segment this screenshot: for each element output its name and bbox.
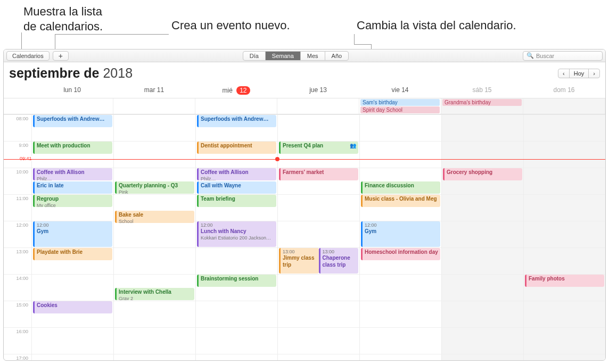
week-grid[interactable]: 08:009:0010:0011:0012:0013:0014:0015:001… <box>4 114 605 360</box>
now-label: 09:41 <box>19 156 33 161</box>
callout-show-list: Muestra la lista de calendarios. <box>23 4 103 34</box>
event[interactable]: Present Q4 plan 👥 <box>279 142 358 154</box>
hour-label: 13:00 <box>4 247 31 274</box>
add-event-button[interactable]: + <box>53 51 69 61</box>
calendars-button[interactable]: Calendarios <box>6 51 50 61</box>
hour-label: 15:00 <box>4 301 31 327</box>
day-column[interactable]: Grocery shopping <box>441 114 523 360</box>
allday-col: Sam's birthdaySpirit day School <box>359 98 441 114</box>
view-year-button[interactable]: Año <box>325 52 349 60</box>
hour-label: 11:00 <box>4 194 31 221</box>
nav-seg: ‹ Hoy › <box>558 69 600 78</box>
day-header: lun 10 <box>31 83 113 98</box>
allday-event[interactable]: Sam's birthday <box>360 99 440 106</box>
allday-event[interactable]: Grandma's birthday <box>442 99 522 106</box>
callout-new-event: Crea un evento nuevo. <box>171 18 290 33</box>
day-column[interactable]: Finance discussionMusic class - Olivia a… <box>359 114 441 360</box>
callout-change-view: Cambia la vista del calendario. <box>357 18 516 33</box>
hour-label: 14:00 <box>4 274 31 301</box>
view-week-button[interactable]: Semana <box>266 52 301 60</box>
day-header: vie 14 <box>359 83 441 98</box>
day-column[interactable]: Superfoods with Andrew…Dentist appointme… <box>195 114 277 360</box>
hour-label: 9:00 <box>4 141 31 168</box>
day-header-row: lun 10mar 11mié 12jue 13vie 14sáb 15dom … <box>4 83 605 98</box>
event[interactable]: Farmers' market <box>279 168 358 180</box>
event[interactable]: Coffee with AllisonPhilz… <box>33 168 112 180</box>
day-column[interactable]: Family photos <box>523 114 605 360</box>
event[interactable]: Interview with ChellaGray 2 <box>115 288 194 300</box>
event[interactable]: Meet with production <box>33 142 112 154</box>
today-badge: 12 <box>236 86 250 95</box>
view-month-button[interactable]: Mes <box>301 52 325 60</box>
allday-col <box>277 98 359 114</box>
now-indicator <box>4 159 605 160</box>
day-column[interactable]: Quarterly planning - Q3PinkBake saleScho… <box>113 114 195 360</box>
hour-label: 17:00 <box>4 354 31 360</box>
search-placeholder: Buscar <box>536 53 554 59</box>
title-year: 2018 <box>103 65 133 80</box>
event[interactable]: 13:00Jimmy class trip <box>279 248 319 274</box>
event[interactable]: Team briefing <box>197 195 276 207</box>
hour-label: 12:00 <box>4 221 31 247</box>
event[interactable]: Quarterly planning - Q3Pink <box>115 181 194 194</box>
event[interactable]: Grocery shopping <box>443 168 522 180</box>
hour-label: 08:00 <box>4 114 31 141</box>
gutter <box>4 83 31 98</box>
toolbar: Calendarios + Día Semana Mes Año 🔍 Busca… <box>4 49 605 62</box>
allday-col <box>523 98 605 114</box>
hour-label: 10:00 <box>4 168 31 194</box>
event[interactable]: Music class - Olivia and Meg <box>361 195 440 207</box>
view-day-button[interactable]: Día <box>243 52 266 60</box>
event[interactable]: Superfoods with Andrew… <box>33 115 112 127</box>
day-header: dom 16 <box>523 83 605 98</box>
event[interactable]: Superfoods with Andrew… <box>197 115 276 127</box>
page-title: septiembre de 2018 <box>9 65 133 81</box>
event[interactable]: Dentist appointment <box>197 142 276 154</box>
event[interactable]: Homeschool information day <box>361 248 440 260</box>
event[interactable]: Eric in late <box>33 181 112 194</box>
day-header: jue 13 <box>277 83 359 98</box>
event[interactable]: Brainstorming session <box>197 275 276 287</box>
event[interactable]: 12:00Lunch with NancyKokkari Estiatorio … <box>197 221 276 247</box>
allday-col <box>31 98 113 114</box>
callout-line <box>354 34 355 44</box>
callout-line <box>55 34 169 35</box>
calendar-window: Calendarios + Día Semana Mes Año 🔍 Busca… <box>3 49 606 361</box>
event[interactable]: Playdate with Brie <box>33 248 112 260</box>
today-button[interactable]: Hoy <box>570 69 589 78</box>
day-header: mié 12 <box>195 83 277 98</box>
event[interactable]: Finance discussion <box>361 181 440 194</box>
event[interactable]: 12:00Gym <box>361 221 440 247</box>
view-switcher: Día Semana Mes Año <box>243 51 349 61</box>
day-column[interactable]: Superfoods with Andrew…Meet with product… <box>31 114 113 360</box>
event[interactable]: Cookies <box>33 301 112 313</box>
event[interactable]: 12:00Gym <box>33 221 112 247</box>
allday-col: Grandma's birthday <box>441 98 523 114</box>
event[interactable]: Family photos <box>525 275 604 287</box>
event[interactable]: Coffee with AllisonPhilz… <box>197 168 276 180</box>
allday-col <box>195 98 277 114</box>
day-header: mar 11 <box>113 83 195 98</box>
search-field[interactable]: 🔍 Buscar <box>523 51 603 61</box>
title-month: septiembre de <box>9 65 100 80</box>
day-column[interactable]: Present Q4 plan 👥Farmers' market13:00Jim… <box>277 114 359 360</box>
header-bar: septiembre de 2018 ‹ Hoy › <box>4 62 605 83</box>
next-button[interactable]: › <box>589 69 599 78</box>
event[interactable]: Call with Wayne <box>197 181 276 194</box>
prev-button[interactable]: ‹ <box>558 69 570 78</box>
allday-col <box>113 98 195 114</box>
allday-row: Sam's birthdaySpirit day SchoolGrandma's… <box>4 98 605 114</box>
allday-event[interactable]: Spirit day School <box>360 106 440 113</box>
time-gutter: 08:009:0010:0011:0012:0013:0014:0015:001… <box>4 114 31 360</box>
event[interactable]: 13:00Chaperone class trip <box>319 248 359 274</box>
hour-label: 16:00 <box>4 327 31 354</box>
event[interactable]: RegroupMy office <box>33 195 112 207</box>
event[interactable]: Bake saleSchool <box>115 211 194 223</box>
day-header: sáb 15 <box>441 83 523 98</box>
search-icon: 🔍 <box>526 52 534 59</box>
callout-line <box>354 44 371 45</box>
